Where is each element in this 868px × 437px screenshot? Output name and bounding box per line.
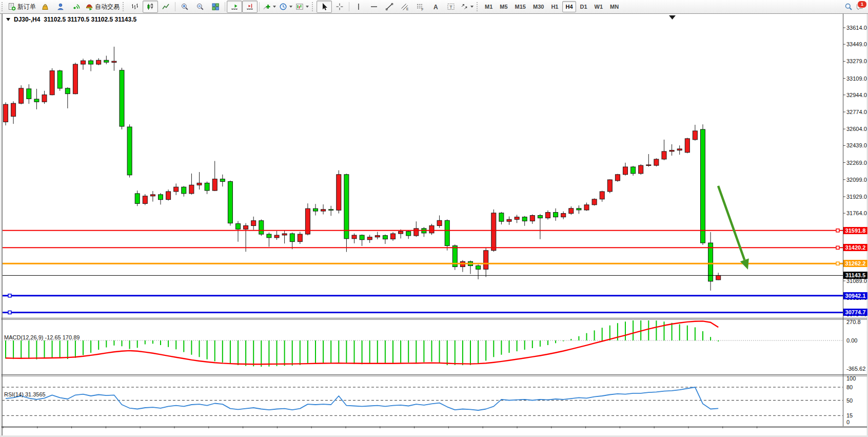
macd-scale-label: 270.8 <box>846 319 861 325</box>
price-tick-label: 33614.0 <box>846 25 867 31</box>
search-icon[interactable] <box>844 3 853 11</box>
vertical-line-icon <box>354 3 363 11</box>
trendline-tool-button[interactable] <box>382 1 397 13</box>
autotrading-icon <box>85 3 93 11</box>
candlestick-chart-button[interactable] <box>143 1 158 13</box>
main-toolbar: 新订单 自动交易 <box>0 0 868 14</box>
label-tool-icon: T <box>447 3 455 11</box>
label-tool-button[interactable]: T <box>443 1 459 13</box>
signals-icon <box>72 3 80 11</box>
horizontal-line-icon <box>370 3 378 11</box>
toolbar-separator <box>259 2 260 11</box>
channel-glyph: E <box>406 7 409 11</box>
new-order-label: 新订单 <box>17 3 36 11</box>
price-tick-label: 31764.0 <box>846 210 867 216</box>
price-tick-label: 32944.0 <box>846 92 867 98</box>
indicators-button[interactable] <box>261 1 278 13</box>
timeframe-m1-button[interactable]: M1 <box>482 1 496 12</box>
price-line-label: 30774.7 <box>843 309 867 316</box>
price-tick-label: 32439.0 <box>846 142 867 148</box>
price-tick-label: 31929.0 <box>846 194 867 200</box>
toolbar-grip[interactable] <box>2 2 4 11</box>
autotrading-button[interactable]: 自动交易 <box>84 1 121 13</box>
chart-shift-button[interactable] <box>242 1 258 13</box>
bar-chart-button[interactable] <box>127 1 143 13</box>
signals-button[interactable] <box>68 1 84 13</box>
auto-scroll-button[interactable] <box>227 1 242 13</box>
clock-periods-icon <box>279 3 287 11</box>
price-tick-label: 33279.0 <box>846 58 867 64</box>
tile-windows-icon <box>211 3 220 11</box>
rsi-scale-label: 100 <box>846 375 856 382</box>
periods-button[interactable] <box>278 1 294 13</box>
price-line-label: 31591.8 <box>843 227 867 234</box>
text-tool-glyph: A <box>433 4 438 11</box>
macd-indicator-label: MACD(12,26,9) -12.65 170.89 <box>4 334 80 340</box>
autotrading-label: 自动交易 <box>95 3 120 11</box>
tile-windows-button[interactable] <box>208 1 223 13</box>
timeframe-toolbar: M1M5M15M30H1H4D1W1MN <box>481 1 622 12</box>
toolbar-grip[interactable] <box>312 2 314 11</box>
toolbar-separator <box>349 2 349 11</box>
timeframe-m15-button[interactable]: M15 <box>512 1 529 12</box>
text-tool-button[interactable]: A <box>428 1 443 13</box>
price-tick-label: 32099.0 <box>846 177 867 183</box>
notification-badge: 1 <box>857 1 867 8</box>
community-person-icon <box>56 3 65 11</box>
toolbar-grip[interactable] <box>123 2 125 11</box>
zoom-in-button[interactable] <box>177 1 192 13</box>
timeframe-m30-button[interactable]: M30 <box>530 1 547 12</box>
template-icon <box>295 3 304 11</box>
equidistant-channel-tool-button[interactable]: E <box>397 1 412 13</box>
rsi-scale-label: 80 <box>846 384 853 390</box>
chart-ohlc-values: 31102.5 31170.5 31102.5 31143.5 <box>44 16 136 23</box>
fibonacci-tool-button[interactable]: F <box>412 1 428 13</box>
community-button[interactable] <box>53 1 68 13</box>
price-line-label: 31420.2 <box>843 244 867 251</box>
chart-shift-icon <box>246 3 254 11</box>
price-tick-label: 32269.0 <box>846 160 867 166</box>
arrows-shapes-icon <box>460 3 468 11</box>
vertical-line-tool-button[interactable] <box>351 1 366 13</box>
toolbar-separator <box>225 2 225 11</box>
new-order-button[interactable]: 新订单 <box>6 1 37 13</box>
fibonacci-glyph: F <box>422 8 424 11</box>
cursor-tool-button[interactable] <box>317 1 332 13</box>
notifications-button[interactable]: 1 <box>856 3 864 11</box>
templates-button[interactable] <box>294 1 310 13</box>
templates-dropdown-caret[interactable] <box>306 6 309 8</box>
trendline-icon <box>385 3 393 11</box>
fibonacci-icon: F <box>416 3 424 11</box>
price-line-label: 30942.1 <box>843 292 867 299</box>
timeframe-mn-button[interactable]: MN <box>607 1 622 12</box>
one-click-trading-arrow[interactable] <box>6 18 10 21</box>
label-tool-glyph: T <box>449 5 452 10</box>
chart-symbol-period: DJ30-,H4 <box>14 16 40 23</box>
market-button[interactable] <box>37 1 53 13</box>
toolbar-separator <box>175 2 175 11</box>
arrows-dropdown-caret[interactable] <box>470 6 474 8</box>
toolbar-grip[interactable] <box>477 2 479 11</box>
timeframe-h1-button[interactable]: H1 <box>548 1 561 12</box>
chart-window[interactable]: DJ30-,H4 31102.5 31170.5 31102.5 31143.5… <box>0 14 868 437</box>
zoom-out-button[interactable] <box>192 1 208 13</box>
periods-dropdown-caret[interactable] <box>289 6 292 8</box>
price-tick-label: 33449.0 <box>846 41 867 47</box>
zoom-out-icon <box>196 3 204 11</box>
indicators-dropdown-caret[interactable] <box>273 6 276 8</box>
line-chart-button[interactable] <box>158 1 173 13</box>
rsi-indicator-label: RSI(14) 31.3565 <box>4 391 46 397</box>
candlestick-chart-icon <box>146 3 154 11</box>
crosshair-icon <box>336 3 344 11</box>
timeframe-h4-button[interactable]: H4 <box>562 1 576 12</box>
crosshair-tool-button[interactable] <box>332 1 347 13</box>
timeframe-m5-button[interactable]: M5 <box>497 1 510 12</box>
timeframe-w1-button[interactable]: W1 <box>591 1 606 12</box>
arrows-tool-button[interactable] <box>459 1 475 13</box>
channel-icon: E <box>401 3 409 11</box>
timeframe-d1-button[interactable]: D1 <box>577 1 590 12</box>
macd-scale-label: -365.62 <box>846 366 865 372</box>
bar-chart-icon <box>131 3 139 11</box>
horizontal-line-tool-button[interactable] <box>366 1 382 13</box>
chart-title: DJ30-,H4 31102.5 31170.5 31102.5 31143.5 <box>6 16 136 23</box>
